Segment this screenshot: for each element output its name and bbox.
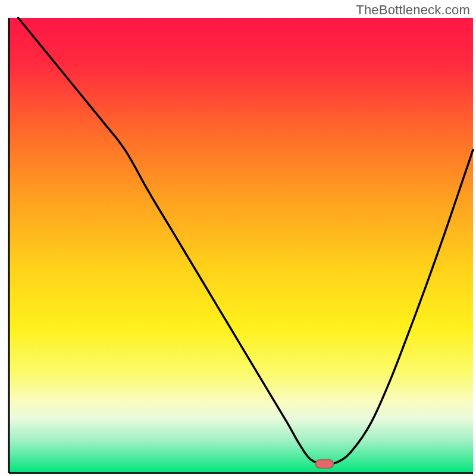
watermark-text: TheBottleneck.com <box>356 2 470 18</box>
bottleneck-chart <box>0 0 476 476</box>
optimal-marker <box>315 460 333 468</box>
plot-background <box>9 18 473 473</box>
